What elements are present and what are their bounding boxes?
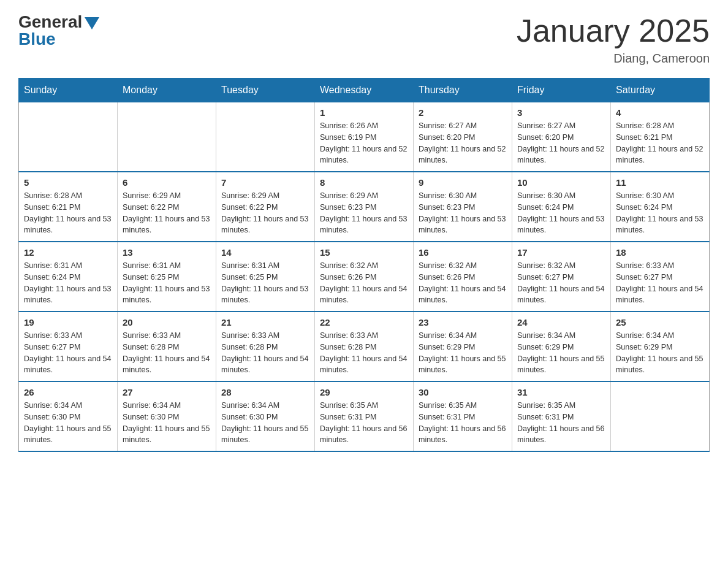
calendar-cell <box>118 102 216 172</box>
calendar-cell: 14Sunrise: 6:31 AM Sunset: 6:25 PM Dayli… <box>216 242 315 312</box>
calendar-week-row: 5Sunrise: 6:28 AM Sunset: 6:21 PM Daylig… <box>19 172 710 242</box>
day-info: Sunrise: 6:33 AM Sunset: 6:28 PM Dayligh… <box>320 330 408 376</box>
calendar-cell <box>19 102 118 172</box>
calendar-body: 1Sunrise: 6:26 AM Sunset: 6:19 PM Daylig… <box>19 102 710 452</box>
day-number: 30 <box>419 387 507 397</box>
day-info: Sunrise: 6:35 AM Sunset: 6:31 PM Dayligh… <box>419 400 507 446</box>
day-info: Sunrise: 6:35 AM Sunset: 6:31 PM Dayligh… <box>320 400 408 446</box>
day-info: Sunrise: 6:30 AM Sunset: 6:24 PM Dayligh… <box>517 190 605 236</box>
day-number: 12 <box>24 247 112 258</box>
day-info: Sunrise: 6:34 AM Sunset: 6:30 PM Dayligh… <box>221 400 309 446</box>
calendar-cell: 1Sunrise: 6:26 AM Sunset: 6:19 PM Daylig… <box>315 102 414 172</box>
day-info: Sunrise: 6:34 AM Sunset: 6:29 PM Dayligh… <box>517 330 605 376</box>
calendar-cell: 21Sunrise: 6:33 AM Sunset: 6:28 PM Dayli… <box>216 312 315 381</box>
calendar-cell: 6Sunrise: 6:29 AM Sunset: 6:22 PM Daylig… <box>118 172 216 242</box>
day-info: Sunrise: 6:31 AM Sunset: 6:25 PM Dayligh… <box>221 260 309 306</box>
calendar-cell: 23Sunrise: 6:34 AM Sunset: 6:29 PM Dayli… <box>414 312 512 381</box>
day-number: 8 <box>320 177 408 188</box>
day-number: 10 <box>517 177 605 188</box>
day-number: 19 <box>24 317 112 327</box>
day-of-week-header: Saturday <box>611 79 710 102</box>
day-info: Sunrise: 6:28 AM Sunset: 6:21 PM Dayligh… <box>24 190 112 236</box>
day-number: 26 <box>24 387 112 397</box>
day-of-week-header: Friday <box>512 79 611 102</box>
calendar-cell: 11Sunrise: 6:30 AM Sunset: 6:24 PM Dayli… <box>611 172 710 242</box>
calendar-cell: 16Sunrise: 6:32 AM Sunset: 6:26 PM Dayli… <box>414 242 512 312</box>
calendar-cell: 27Sunrise: 6:34 AM Sunset: 6:30 PM Dayli… <box>118 381 216 451</box>
calendar-title: January 2025 <box>517 12 710 49</box>
day-of-week-header: Thursday <box>414 79 512 102</box>
day-number: 23 <box>419 317 507 327</box>
calendar-cell: 31Sunrise: 6:35 AM Sunset: 6:31 PM Dayli… <box>512 381 611 451</box>
day-info: Sunrise: 6:32 AM Sunset: 6:26 PM Dayligh… <box>419 260 507 306</box>
calendar-cell: 19Sunrise: 6:33 AM Sunset: 6:27 PM Dayli… <box>19 312 118 381</box>
calendar-cell: 10Sunrise: 6:30 AM Sunset: 6:24 PM Dayli… <box>512 172 611 242</box>
calendar-cell: 3Sunrise: 6:27 AM Sunset: 6:20 PM Daylig… <box>512 102 611 172</box>
day-number: 15 <box>320 247 408 258</box>
day-info: Sunrise: 6:29 AM Sunset: 6:23 PM Dayligh… <box>320 190 408 236</box>
calendar-table: SundayMondayTuesdayWednesdayThursdayFrid… <box>18 78 710 452</box>
day-number: 11 <box>616 177 704 188</box>
day-info: Sunrise: 6:34 AM Sunset: 6:29 PM Dayligh… <box>616 330 704 376</box>
day-of-week-header: Monday <box>118 79 216 102</box>
day-of-week-header: Tuesday <box>216 79 315 102</box>
day-number: 6 <box>123 177 211 188</box>
calendar-cell: 7Sunrise: 6:29 AM Sunset: 6:22 PM Daylig… <box>216 172 315 242</box>
day-number: 5 <box>24 177 112 188</box>
day-info: Sunrise: 6:35 AM Sunset: 6:31 PM Dayligh… <box>517 400 605 446</box>
day-number: 1 <box>320 107 408 118</box>
day-info: Sunrise: 6:31 AM Sunset: 6:24 PM Dayligh… <box>24 260 112 306</box>
day-number: 27 <box>123 387 211 397</box>
calendar-cell: 25Sunrise: 6:34 AM Sunset: 6:29 PM Dayli… <box>611 312 710 381</box>
calendar-cell: 18Sunrise: 6:33 AM Sunset: 6:27 PM Dayli… <box>611 242 710 312</box>
calendar-cell: 8Sunrise: 6:29 AM Sunset: 6:23 PM Daylig… <box>315 172 414 242</box>
day-info: Sunrise: 6:34 AM Sunset: 6:30 PM Dayligh… <box>24 400 112 446</box>
calendar-cell: 30Sunrise: 6:35 AM Sunset: 6:31 PM Dayli… <box>414 381 512 451</box>
day-number: 17 <box>517 247 605 258</box>
day-number: 20 <box>123 317 211 327</box>
day-info: Sunrise: 6:34 AM Sunset: 6:29 PM Dayligh… <box>419 330 507 376</box>
day-of-week-header: Sunday <box>19 79 118 102</box>
day-info: Sunrise: 6:33 AM Sunset: 6:28 PM Dayligh… <box>221 330 309 376</box>
calendar-header: SundayMondayTuesdayWednesdayThursdayFrid… <box>19 79 710 102</box>
logo: General Blue <box>18 12 99 49</box>
day-number: 7 <box>221 177 309 188</box>
day-info: Sunrise: 6:30 AM Sunset: 6:23 PM Dayligh… <box>419 190 507 236</box>
day-number: 14 <box>221 247 309 258</box>
calendar-cell <box>611 381 710 451</box>
day-info: Sunrise: 6:30 AM Sunset: 6:24 PM Dayligh… <box>616 190 704 236</box>
header-row: SundayMondayTuesdayWednesdayThursdayFrid… <box>19 79 710 102</box>
day-info: Sunrise: 6:32 AM Sunset: 6:26 PM Dayligh… <box>320 260 408 306</box>
calendar-cell: 20Sunrise: 6:33 AM Sunset: 6:28 PM Dayli… <box>118 312 216 381</box>
calendar-cell <box>216 102 315 172</box>
calendar-cell: 24Sunrise: 6:34 AM Sunset: 6:29 PM Dayli… <box>512 312 611 381</box>
day-info: Sunrise: 6:27 AM Sunset: 6:20 PM Dayligh… <box>419 120 507 166</box>
calendar-week-row: 1Sunrise: 6:26 AM Sunset: 6:19 PM Daylig… <box>19 102 710 172</box>
day-number: 9 <box>419 177 507 188</box>
day-info: Sunrise: 6:26 AM Sunset: 6:19 PM Dayligh… <box>320 120 408 166</box>
calendar-cell: 5Sunrise: 6:28 AM Sunset: 6:21 PM Daylig… <box>19 172 118 242</box>
day-info: Sunrise: 6:34 AM Sunset: 6:30 PM Dayligh… <box>123 400 211 446</box>
day-number: 18 <box>616 247 704 258</box>
day-info: Sunrise: 6:28 AM Sunset: 6:21 PM Dayligh… <box>616 120 704 166</box>
day-info: Sunrise: 6:33 AM Sunset: 6:27 PM Dayligh… <box>616 260 704 306</box>
calendar-week-row: 12Sunrise: 6:31 AM Sunset: 6:24 PM Dayli… <box>19 242 710 312</box>
day-number: 13 <box>123 247 211 258</box>
day-info: Sunrise: 6:33 AM Sunset: 6:27 PM Dayligh… <box>24 330 112 376</box>
day-info: Sunrise: 6:33 AM Sunset: 6:28 PM Dayligh… <box>123 330 211 376</box>
day-of-week-header: Wednesday <box>315 79 414 102</box>
day-info: Sunrise: 6:27 AM Sunset: 6:20 PM Dayligh… <box>517 120 605 166</box>
day-number: 2 <box>419 107 507 118</box>
calendar-week-row: 19Sunrise: 6:33 AM Sunset: 6:27 PM Dayli… <box>19 312 710 381</box>
day-number: 24 <box>517 317 605 327</box>
calendar-cell: 22Sunrise: 6:33 AM Sunset: 6:28 PM Dayli… <box>315 312 414 381</box>
calendar-cell: 4Sunrise: 6:28 AM Sunset: 6:21 PM Daylig… <box>611 102 710 172</box>
day-number: 29 <box>320 387 408 397</box>
calendar-cell: 28Sunrise: 6:34 AM Sunset: 6:30 PM Dayli… <box>216 381 315 451</box>
calendar-cell: 15Sunrise: 6:32 AM Sunset: 6:26 PM Dayli… <box>315 242 414 312</box>
day-number: 22 <box>320 317 408 327</box>
day-number: 16 <box>419 247 507 258</box>
day-number: 28 <box>221 387 309 397</box>
day-info: Sunrise: 6:32 AM Sunset: 6:27 PM Dayligh… <box>517 260 605 306</box>
calendar-cell: 9Sunrise: 6:30 AM Sunset: 6:23 PM Daylig… <box>414 172 512 242</box>
